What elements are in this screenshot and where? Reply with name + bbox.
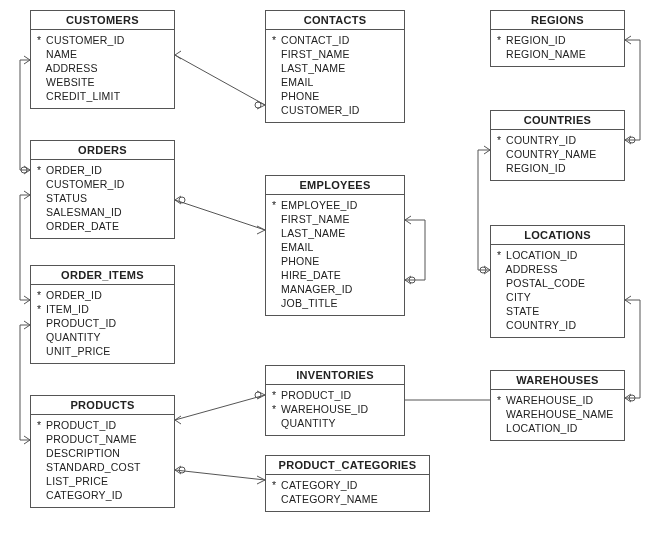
field-name: CUSTOMER_ID	[43, 34, 125, 46]
field-name: REGION_ID	[503, 34, 566, 46]
entity-field: ADDRESS	[37, 61, 168, 75]
field-name: COUNTRY_ID	[503, 134, 576, 146]
entity-field: * CONTACT_ID	[272, 33, 398, 47]
entity-orders: ORDERS * ORDER_ID CUSTOMER_ID STATUS SAL…	[30, 140, 175, 239]
field-name: SALESMAN_ID	[43, 206, 122, 218]
field-name: STATE	[503, 305, 539, 317]
entity-field: LAST_NAME	[272, 61, 398, 75]
field-name: FIRST_NAME	[278, 48, 350, 60]
field-name: ORDER_ID	[43, 164, 102, 176]
entity-contacts: CONTACTS * CONTACT_ID FIRST_NAME LAST_NA…	[265, 10, 405, 123]
entity-field: * CUSTOMER_ID	[37, 33, 168, 47]
rel-employees-self	[405, 220, 425, 280]
entity-field: LAST_NAME	[272, 226, 398, 240]
entity-field: * WAREHOUSE_ID	[497, 393, 618, 407]
rel-warehouses-locations	[625, 300, 640, 398]
entity-field: CUSTOMER_ID	[37, 177, 168, 191]
entity-fields: * LOCATION_ID ADDRESS POSTAL_CODE CITY S…	[491, 245, 624, 337]
field-name: EMAIL	[278, 76, 314, 88]
entity-field: LOCATION_ID	[497, 421, 618, 435]
field-name: CATEGORY_NAME	[278, 493, 378, 505]
field-name: ADDRESS	[43, 62, 98, 74]
entity-fields: * PRODUCT_ID* WAREHOUSE_ID QUANTITY	[266, 385, 404, 435]
field-name: LOCATION_ID	[503, 422, 578, 434]
field-name: QUANTITY	[43, 331, 101, 343]
field-name: EMPLOYEE_ID	[278, 199, 357, 211]
entity-field: UNIT_PRICE	[37, 344, 168, 358]
field-name: REGION_NAME	[503, 48, 586, 60]
entity-products: PRODUCTS * PRODUCT_ID PRODUCT_NAME DESCR…	[30, 395, 175, 508]
field-name: QUANTITY	[278, 417, 336, 429]
field-name: NAME	[43, 48, 77, 60]
entity-field: PRODUCT_ID	[37, 316, 168, 330]
field-name: WEBSITE	[43, 76, 95, 88]
entity-field: STANDARD_COST	[37, 460, 168, 474]
field-name: PRODUCT_ID	[278, 389, 351, 401]
field-name: COUNTRY_ID	[503, 319, 576, 331]
entity-fields: * WAREHOUSE_ID WAREHOUSE_NAME LOCATION_I…	[491, 390, 624, 440]
entity-field: ADDRESS	[497, 262, 618, 276]
entity-fields: * CATEGORY_ID CATEGORY_NAME	[266, 475, 429, 511]
entity-field: EMAIL	[272, 240, 398, 254]
field-name: HIRE_DATE	[278, 269, 341, 281]
entity-field: COUNTRY_ID	[497, 318, 618, 332]
field-name: ORDER_ID	[43, 289, 102, 301]
entity-fields: * CUSTOMER_ID NAME ADDRESS WEBSITE CREDI…	[31, 30, 174, 108]
entity-field: * ORDER_ID	[37, 163, 168, 177]
field-name: MANAGER_ID	[278, 283, 353, 295]
entity-field: * WAREHOUSE_ID	[272, 402, 398, 416]
field-name: PHONE	[278, 255, 319, 267]
rel-products-inventories	[175, 395, 265, 420]
entity-field: QUANTITY	[37, 330, 168, 344]
entity-title: ORDER_ITEMS	[31, 266, 174, 285]
entity-title: PRODUCT_CATEGORIES	[266, 456, 429, 475]
entity-field: * REGION_ID	[497, 33, 618, 47]
field-name: PRODUCT_NAME	[43, 433, 137, 445]
entity-field: HIRE_DATE	[272, 268, 398, 282]
svg-point-1	[21, 167, 27, 173]
entity-fields: * CONTACT_ID FIRST_NAME LAST_NAME EMAIL …	[266, 30, 404, 122]
entity-title: EMPLOYEES	[266, 176, 404, 195]
entity-title: CUSTOMERS	[31, 11, 174, 30]
entity-field: REGION_ID	[497, 161, 618, 175]
entity-fields: * ORDER_ID CUSTOMER_ID STATUS SALESMAN_I…	[31, 160, 174, 238]
rel-products-categories	[175, 470, 265, 480]
entity-field: * ITEM_ID	[37, 302, 168, 316]
field-name: ORDER_DATE	[43, 220, 119, 232]
rel-locations-countries	[478, 150, 490, 270]
entity-title: LOCATIONS	[491, 226, 624, 245]
entity-field: EMAIL	[272, 75, 398, 89]
field-name: WAREHOUSE_ID	[503, 394, 593, 406]
entity-title: CONTACTS	[266, 11, 404, 30]
entity-field: STATUS	[37, 191, 168, 205]
svg-point-2	[179, 197, 185, 203]
field-name: REGION_ID	[503, 162, 566, 174]
field-name: STATUS	[43, 192, 87, 204]
entity-field: JOB_TITLE	[272, 296, 398, 310]
field-name: CATEGORY_ID	[43, 489, 123, 501]
entity-fields: * PRODUCT_ID PRODUCT_NAME DESCRIPTION ST…	[31, 415, 174, 507]
entity-field: CATEGORY_ID	[37, 488, 168, 502]
svg-point-7	[629, 137, 635, 143]
entity-fields: * COUNTRY_ID COUNTRY_NAME REGION_ID	[491, 130, 624, 180]
entity-field: WAREHOUSE_NAME	[497, 407, 618, 421]
entity-fields: * ORDER_ID* ITEM_ID PRODUCT_ID QUANTITY …	[31, 285, 174, 363]
entity-field: SALESMAN_ID	[37, 205, 168, 219]
entity-field: REGION_NAME	[497, 47, 618, 61]
entity-locations: LOCATIONS * LOCATION_ID ADDRESS POSTAL_C…	[490, 225, 625, 338]
field-name: STANDARD_COST	[43, 461, 141, 473]
entity-title: PRODUCTS	[31, 396, 174, 415]
field-name: PHONE	[278, 90, 319, 102]
entity-title: COUNTRIES	[491, 111, 624, 130]
entity-field: CITY	[497, 290, 618, 304]
entity-field: LIST_PRICE	[37, 474, 168, 488]
field-name: CITY	[503, 291, 531, 303]
entity-field: QUANTITY	[272, 416, 398, 430]
rel-customers-orders	[20, 60, 30, 170]
field-name: CREDIT_LIMIT	[43, 90, 120, 102]
entity-field: WEBSITE	[37, 75, 168, 89]
svg-point-3	[255, 392, 261, 398]
field-name: JOB_TITLE	[278, 297, 338, 309]
entity-warehouses: WAREHOUSES * WAREHOUSE_ID WAREHOUSE_NAME…	[490, 370, 625, 441]
field-name: COUNTRY_NAME	[503, 148, 596, 160]
